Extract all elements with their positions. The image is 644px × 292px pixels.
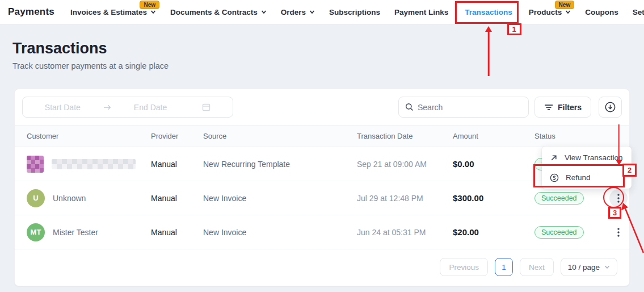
active-tab-underline	[462, 23, 513, 24]
nav-item-label: Coupons	[585, 8, 618, 16]
previous-page-button[interactable]: Previous	[440, 258, 488, 276]
toolbar-right-group: Filters	[398, 97, 622, 118]
nav-item-label: Invoices & Estimates	[70, 8, 147, 16]
filters-button[interactable]: Filters	[534, 97, 591, 118]
annotation-step3-label: 3	[608, 207, 621, 219]
customer-cell: MT Mister Tester	[27, 223, 151, 241]
col-header-customer: Customer	[27, 132, 151, 140]
nav-item-label: Subscriptions	[329, 8, 380, 16]
search-box[interactable]	[398, 97, 529, 118]
search-icon	[405, 103, 414, 111]
status-badge: Succeeded	[534, 226, 584, 239]
arrow-up-right-icon	[550, 154, 558, 162]
download-circle-icon	[604, 101, 616, 113]
table-toolbar: Start Date End Date	[15, 89, 629, 126]
chevron-down-icon	[261, 9, 267, 15]
provider-cell: Manual	[151, 194, 203, 203]
table-header: Customer Provider Source Transaction Dat…	[15, 126, 629, 147]
provider-cell: Manual	[151, 228, 203, 237]
annotation-step2-label: 2	[622, 164, 637, 177]
menu-item-view-transaction[interactable]: View Transaction	[542, 148, 632, 168]
transactions-card: Start Date End Date	[14, 89, 630, 286]
col-header-amount: Amount	[453, 132, 534, 140]
col-header-transaction-date: Transaction Date	[357, 132, 453, 140]
customer-name: Unknown	[53, 194, 86, 203]
nav-item-label: Documents & Contracts	[170, 8, 258, 16]
nav-item-invoices-estimates[interactable]: Invoices & Estimates New	[70, 0, 156, 24]
nav-item-label: Payment Links	[394, 8, 448, 16]
new-badge: New	[555, 1, 575, 9]
nav-item-orders[interactable]: Orders	[281, 0, 315, 24]
table-row: Manual New Recurring Template Sep 21 at …	[15, 147, 629, 181]
row-actions-dropdown: View Transaction Refund	[542, 147, 632, 189]
table-row: U Unknown Manual New Invoice Jul 29 at 1…	[15, 181, 629, 215]
page-size-value: 10 / page	[568, 263, 600, 272]
amount-cell: $20.00	[453, 227, 534, 237]
export-download-button[interactable]	[599, 97, 622, 118]
status-badge: Succeeded	[534, 192, 584, 205]
arrow-right-icon	[103, 104, 111, 111]
nav-item-label: Transactions	[465, 8, 512, 16]
chevron-down-icon	[565, 9, 571, 15]
annotation-arrow-step1	[485, 26, 492, 76]
chevron-down-icon	[150, 9, 156, 15]
menu-item-label: Refund	[566, 173, 591, 182]
avatar: MT	[27, 223, 45, 241]
app-brand: Payments	[8, 6, 54, 18]
next-page-button[interactable]: Next	[520, 258, 554, 276]
amount-cell: $300.00	[453, 193, 534, 203]
chevron-down-icon	[309, 9, 315, 15]
page-number-button[interactable]: 1	[495, 258, 513, 276]
refund-dollar-circle-icon	[550, 173, 559, 182]
nav-menu: Invoices & Estimates New Documents & Con…	[70, 0, 644, 24]
provider-cell: Manual	[151, 160, 203, 169]
calendar-icon	[202, 103, 211, 111]
pagination: Previous 1 Next 10 / page	[15, 248, 629, 286]
date-range-picker[interactable]: Start Date End Date	[22, 97, 233, 118]
source-cell: New Invoice	[203, 194, 357, 203]
source-cell: New Invoice	[203, 228, 357, 237]
transaction-date-cell: Jul 29 at 12:48 PM	[357, 194, 453, 203]
nav-item-coupons[interactable]: Coupons	[585, 0, 618, 24]
table-row: MT Mister Tester Manual New Invoice Jun …	[15, 215, 629, 249]
top-navbar: Payments Invoices & Estimates New Docume…	[0, 0, 644, 24]
nav-item-settings[interactable]: Settings	[633, 0, 644, 24]
nav-item-label: Orders	[281, 8, 306, 16]
nav-item-label: Settings	[633, 8, 644, 16]
nav-item-subscriptions[interactable]: Subscriptions	[329, 0, 380, 24]
filter-lines-icon	[544, 104, 553, 111]
tab-transactions[interactable]: Transactions 1	[462, 0, 514, 24]
redacted-customer-name	[52, 159, 136, 169]
search-input[interactable]	[418, 103, 522, 112]
amount-cell: $0.00	[453, 159, 534, 169]
transactions-page: Payments Invoices & Estimates New Docume…	[0, 0, 644, 292]
new-badge: New	[140, 1, 159, 9]
annotation-step1-label: 1	[507, 23, 521, 35]
customer-name: Mister Tester	[53, 228, 98, 237]
nav-item-payment-links[interactable]: Payment Links	[394, 0, 448, 24]
col-header-status: Status	[534, 132, 609, 140]
avatar: U	[27, 189, 45, 207]
start-date-placeholder[interactable]: Start Date	[45, 103, 81, 112]
redacted-avatar	[27, 156, 44, 173]
nav-item-products[interactable]: Products New	[529, 0, 571, 24]
source-cell: New Recurring Template	[203, 160, 357, 169]
chevron-down-icon	[604, 264, 610, 270]
row-actions-kebab-icon[interactable]	[609, 189, 628, 207]
menu-item-refund[interactable]: Refund	[542, 168, 632, 187]
page-subtitle: Track customer payments at a single plac…	[12, 61, 169, 70]
transaction-date-cell: Jun 24 at 05:31 PM	[357, 228, 453, 237]
page-size-select[interactable]: 10 / page	[561, 258, 617, 276]
customer-cell	[27, 156, 151, 173]
col-header-source: Source	[203, 132, 357, 140]
filters-label: Filters	[558, 103, 582, 112]
menu-item-label: View Transaction	[565, 153, 623, 162]
end-date-placeholder[interactable]: End Date	[134, 103, 167, 112]
row-actions-kebab-icon[interactable]	[609, 223, 628, 241]
page-title: Transactions	[12, 40, 107, 57]
col-header-provider: Provider	[151, 132, 203, 140]
customer-cell: U Unknown	[27, 189, 151, 207]
transaction-date-cell: Sep 21 at 09:00 AM	[357, 160, 453, 169]
nav-item-documents-contracts[interactable]: Documents & Contracts	[170, 0, 267, 24]
